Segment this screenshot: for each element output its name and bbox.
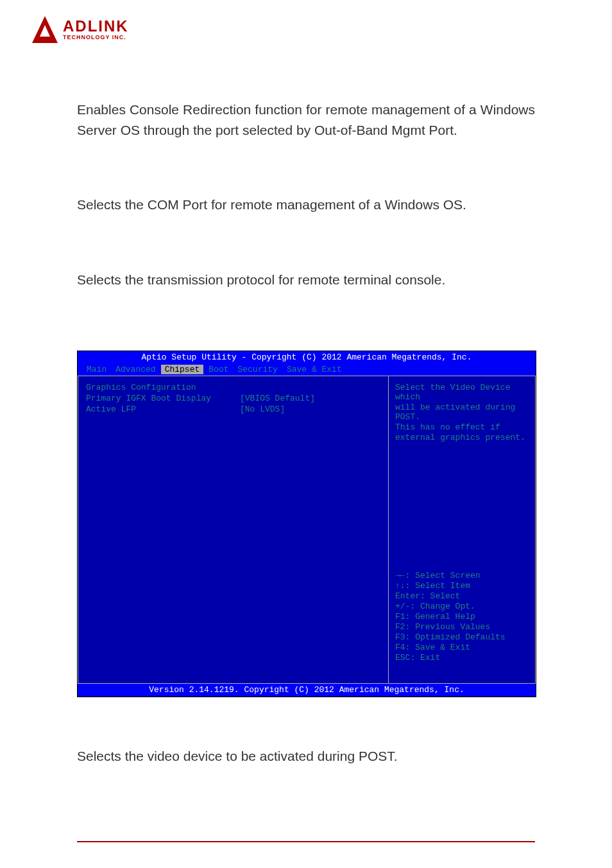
paragraph-video-device: Selects the video device to be activated… <box>77 749 535 764</box>
paragraph-transmission-protocol: Selects the transmission protocol for re… <box>77 270 535 290</box>
adlink-logo: ADLINK TECHNOLOGY INC. <box>32 16 129 43</box>
bios-help-key: +/-: Change Opt. <box>395 602 529 611</box>
bios-help-key: F3: Optimized Defaults <box>395 632 529 642</box>
bios-help-keys: →←: Select Screen ↑↓: Select Item Enter:… <box>395 571 529 663</box>
bios-help-panel: Select the Video Device which will be ac… <box>388 376 536 684</box>
bios-tab-security[interactable]: Security <box>234 365 281 374</box>
bios-row-primary-igfx[interactable]: Primary IGFX Boot Display [VBIOS Default… <box>86 394 380 403</box>
bios-tab-save-exit[interactable]: Save & Exit <box>283 365 346 374</box>
bios-help-key: F2: Previous Values <box>395 622 529 632</box>
bios-help-description: Select the Video Device which will be ac… <box>395 383 529 442</box>
footer-divider <box>77 841 535 842</box>
bios-row-graphics-config: Graphics Configuration <box>86 383 380 392</box>
logo-triangle-icon <box>32 16 58 43</box>
logo-sub-text: TECHNOLOGY INC. <box>63 34 129 40</box>
bios-label: Active LFP <box>86 404 240 414</box>
bios-help-line: This has no effect if <box>395 422 529 432</box>
logo-main-text: ADLINK <box>63 19 129 34</box>
bios-help-key: →←: Select Screen <box>395 571 529 580</box>
bios-help-key: F4: Save & Exit <box>395 643 529 652</box>
bios-tab-main[interactable]: Main <box>83 365 110 374</box>
bios-row-active-lfp[interactable]: Active LFP [No LVDS] <box>86 404 380 414</box>
bios-help-line: external graphics present. <box>395 433 529 442</box>
bios-tab-advanced[interactable]: Advanced <box>112 365 159 374</box>
paragraph-console-redirection: Enables Console Redirection function for… <box>77 100 535 140</box>
bios-screenshot: Aptio Setup Utility - Copyright (C) 2012… <box>77 351 536 697</box>
bios-help-key: ESC: Exit <box>395 653 529 663</box>
bios-label: Graphics Configuration <box>86 383 240 392</box>
page-content: Enables Console Redirection function for… <box>77 100 535 764</box>
bios-footer: Version 2.14.1219. Copyright (C) 2012 Am… <box>78 684 536 696</box>
bios-help-line: Select the Video Device which <box>395 383 529 402</box>
bios-tab-chipset[interactable]: Chipset <box>161 365 204 374</box>
bios-help-line: will be activated during POST. <box>395 403 529 422</box>
bios-left-panel: Graphics Configuration Primary IGFX Boot… <box>78 376 388 684</box>
paragraph-com-port: Selects the COM Port for remote manageme… <box>77 195 535 215</box>
bios-tab-bar: Main Advanced Chipset Boot Security Save… <box>78 363 536 376</box>
bios-value: [VBIOS Default] <box>240 394 315 403</box>
bios-tab-boot[interactable]: Boot <box>205 365 232 374</box>
bios-header: Aptio Setup Utility - Copyright (C) 2012… <box>78 351 536 363</box>
bios-label: Primary IGFX Boot Display <box>86 394 240 403</box>
bios-value: [No LVDS] <box>240 404 285 414</box>
bios-help-key: Enter: Select <box>395 591 529 601</box>
bios-help-key: F1: General Help <box>395 612 529 621</box>
bios-help-key: ↑↓: Select Item <box>395 581 529 591</box>
bios-body: Graphics Configuration Primary IGFX Boot… <box>78 376 536 684</box>
